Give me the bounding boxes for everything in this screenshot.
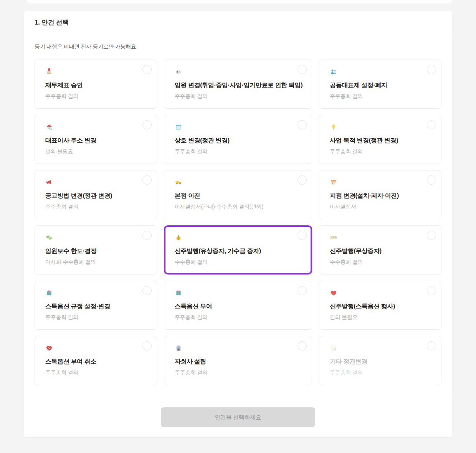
submit-button[interactable]: 안건을 선택하세요 xyxy=(161,407,315,427)
agenda-card[interactable]: 자회사 설립 주주총회 결의 xyxy=(164,336,312,385)
agenda-card[interactable]: 임원보수 한도·결정 이사회·주주총회 결의 xyxy=(35,225,157,274)
radio-button[interactable] xyxy=(298,231,307,240)
agenda-card[interactable]: 신주발행(무상증자) 주주총회 결의 xyxy=(319,225,441,274)
radio-button[interactable] xyxy=(298,341,307,350)
notice-text: 등기 대행은 비대면 전자 등기로만 가능해요. xyxy=(35,43,441,50)
radio-button[interactable] xyxy=(427,231,436,240)
memo-icon xyxy=(330,344,337,352)
stamp-icon xyxy=(45,68,53,76)
agenda-card[interactable]: 기타 정관변경 주주총회 결의 xyxy=(319,336,441,385)
agenda-card[interactable]: 스톡옵션 규정 설정·변경 주주총회 결의 xyxy=(35,281,157,330)
banknote-icon xyxy=(330,234,337,241)
radio-button[interactable] xyxy=(427,65,436,74)
agenda-card[interactable]: 사업 목적 변경(정관 변경) 주주총회 결의 xyxy=(319,115,441,164)
agenda-card[interactable]: 스톡옵션 부여 취소 주주총회 결의 xyxy=(35,336,157,385)
previous-section-panel-edge xyxy=(27,0,452,3)
radio-button[interactable] xyxy=(142,120,152,129)
radio-button[interactable] xyxy=(298,286,307,295)
radio-button[interactable] xyxy=(142,231,152,240)
agenda-card-grid: 재무제표 승인 주주총회 결의 임원 변경(취임·중임·사임·임기만료로 인한 … xyxy=(35,60,441,385)
clipboard-icon xyxy=(175,123,182,131)
lightbulb-icon xyxy=(330,123,337,131)
megaphone-icon xyxy=(45,179,53,186)
radio-button[interactable] xyxy=(142,65,152,74)
agenda-card[interactable]: 상호 변경(정관 변경) 주주총회 결의 xyxy=(164,115,312,164)
radio-button[interactable] xyxy=(298,175,307,185)
id-card-icon xyxy=(175,68,182,76)
agenda-card[interactable]: 신주발행(유상증자, 가수금 증자) 주주총회 결의 xyxy=(164,225,312,274)
money-bag-icon xyxy=(175,234,182,241)
radio-button[interactable] xyxy=(427,286,436,295)
building-icon xyxy=(175,344,182,352)
agenda-card[interactable]: 대표이사 주소 변경 결의 불필요 xyxy=(35,115,157,164)
house-icon xyxy=(45,123,53,131)
agenda-card[interactable]: 스톡옵션 부여 주주총회 결의 xyxy=(164,281,312,330)
agenda-card[interactable]: 공고방법 변경(정관 변경) 주주총회 결의 xyxy=(35,170,157,219)
agenda-card[interactable]: 재무제표 승인 주주총회 결의 xyxy=(35,60,157,109)
radio-button[interactable] xyxy=(298,65,307,74)
store-icon xyxy=(330,179,337,186)
money-wings-icon xyxy=(45,234,53,241)
broken-heart-icon xyxy=(45,344,53,352)
agenda-card[interactable]: 본점 이전 이사결정서(관내)·주주총회 결의(관외) xyxy=(164,170,312,219)
agenda-card[interactable]: 공동대표제 설정·폐지 주주총회 결의 xyxy=(319,60,441,109)
agenda-card[interactable]: 지점 변경(설치·폐지·이전) 이사결정서 xyxy=(319,170,441,219)
radio-button[interactable] xyxy=(427,120,436,129)
gift-icon xyxy=(175,289,182,297)
radio-button[interactable] xyxy=(298,120,307,129)
panel-header: 1. 안건 선택 xyxy=(24,11,452,34)
radio-button[interactable] xyxy=(142,286,152,295)
panel-footer: 안건을 선택하세요 xyxy=(24,397,452,437)
panel-body: 등기 대행은 비대면 전자 등기로만 가능해요. 재무제표 승인 주주총회 결의… xyxy=(24,34,452,397)
radio-button[interactable] xyxy=(142,175,152,185)
section-title: 1. 안건 선택 xyxy=(35,18,69,27)
people-icon xyxy=(330,68,337,76)
radio-button[interactable] xyxy=(427,175,436,185)
gift-icon xyxy=(45,289,53,297)
agenda-card[interactable]: 임원 변경(취임·중임·사임·임기만료로 인한 퇴임) 주주총회 결의 xyxy=(164,60,312,109)
radio-button[interactable] xyxy=(427,341,436,350)
agenda-select-panel: 1. 안건 선택 등기 대행은 비대면 전자 등기로만 가능해요. 재무제표 승… xyxy=(24,11,452,437)
heart-icon xyxy=(330,289,337,297)
radio-button[interactable] xyxy=(142,341,152,350)
agenda-card[interactable]: 신주발행(스톡옵션 행사) 결의 불필요 xyxy=(319,281,441,330)
truck-icon xyxy=(175,179,182,186)
